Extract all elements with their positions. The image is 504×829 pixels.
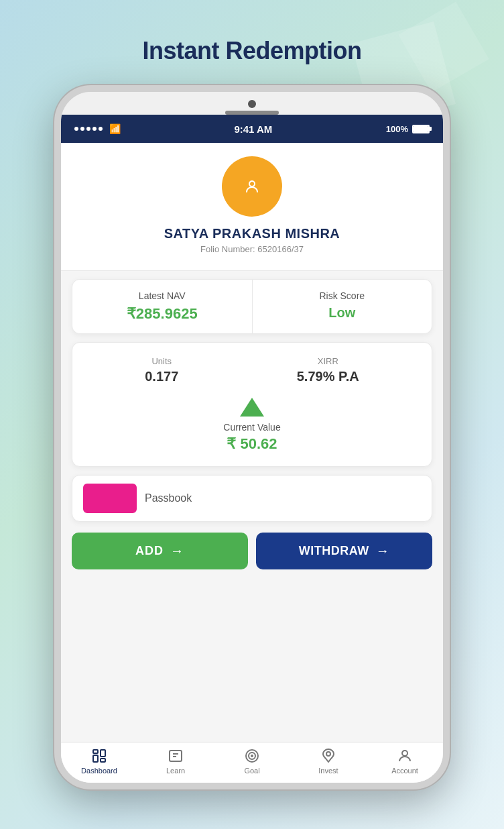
profile-section: SATYA PRAKASH MISHRA Folio Number: 65201… (61, 143, 443, 271)
avatar (222, 156, 282, 217)
add-label: ADD (135, 544, 164, 558)
nav-item-invest[interactable]: Invest (290, 748, 367, 775)
goal-icon (243, 748, 261, 764)
phone-top (61, 92, 443, 115)
withdraw-arrow-icon: → (376, 543, 390, 559)
nav-item-goal[interactable]: Goal (214, 748, 290, 775)
current-value-label: Current Value (223, 422, 280, 433)
status-right: 100% (386, 124, 430, 134)
dashboard-label: Dashboard (81, 767, 117, 775)
xirr-stat: XIRR 5.79% P.A (297, 356, 359, 384)
nav-stat: Latest NAV ₹285.9625 (72, 280, 253, 333)
passbook-icon (83, 484, 137, 513)
battery-percent: 100% (386, 124, 408, 134)
units-stat: Units 0.177 (145, 356, 178, 384)
nav-value: ₹285.9625 (127, 305, 198, 323)
nav-item-account[interactable]: Account (367, 748, 443, 775)
svg-point-11 (326, 752, 330, 756)
svg-point-0 (249, 181, 255, 186)
passbook-section[interactable]: Passbook (72, 475, 432, 522)
current-value-section: Current Value ₹ 50.62 (86, 398, 418, 453)
dashboard-icon (90, 748, 109, 764)
status-left: 📶 (74, 123, 121, 134)
battery-fill (414, 126, 428, 132)
withdraw-button[interactable]: WITHDRAW → (256, 533, 432, 569)
units-value: 0.177 (145, 369, 178, 384)
svg-rect-4 (101, 759, 105, 762)
passbook-label: Passbook (145, 492, 192, 504)
svg-point-12 (402, 751, 407, 756)
nav-item-learn[interactable]: Learn (137, 748, 214, 775)
risk-label: Risk Score (319, 290, 365, 301)
user-name: SATYA PRAKASH MISHRA (164, 226, 340, 241)
investment-stats: Units 0.177 XIRR 5.79% P.A (86, 356, 418, 384)
investment-card: Units 0.177 XIRR 5.79% P.A Current Value… (72, 342, 432, 467)
current-value-amount: ₹ 50.62 (227, 435, 277, 453)
nav-label: Latest NAV (139, 290, 186, 301)
triangle-up-icon (240, 398, 264, 417)
goal-label: Goal (244, 767, 259, 775)
stats-card: Latest NAV ₹285.9625 Risk Score Low (72, 279, 432, 334)
phone-frame: 📶 9:41 AM 100% SATYA PRAKASH MISHRA Foli… (54, 85, 450, 789)
account-label: Account (391, 767, 418, 775)
learn-icon (166, 748, 185, 764)
withdraw-label: WITHDRAW (299, 544, 369, 558)
status-time: 9:41 AM (234, 123, 272, 135)
phone-content: SATYA PRAKASH MISHRA Folio Number: 65201… (61, 143, 443, 783)
status-bar: 📶 9:41 AM 100% (61, 115, 443, 143)
wifi-icon: 📶 (109, 123, 121, 134)
xirr-label: XIRR (318, 356, 338, 366)
svg-rect-1 (93, 750, 98, 753)
invest-icon (319, 748, 338, 764)
risk-value: Low (328, 305, 355, 321)
signal-dots (74, 127, 103, 131)
bottom-nav: Dashboard Learn (61, 742, 443, 783)
learn-label: Learn (166, 767, 185, 775)
add-arrow-icon: → (170, 543, 184, 559)
battery-icon (412, 125, 430, 133)
add-button[interactable]: ADD → (72, 533, 248, 569)
phone-camera (248, 100, 256, 108)
action-buttons: ADD → WITHDRAW → (61, 530, 443, 577)
account-icon (395, 748, 414, 764)
nav-item-dashboard[interactable]: Dashboard (61, 748, 137, 775)
units-label: Units (151, 356, 172, 366)
svg-rect-2 (93, 755, 98, 762)
folio-number: Folio Number: 6520166/37 (200, 244, 304, 254)
risk-stat: Risk Score Low (253, 280, 432, 333)
xirr-value: 5.79% P.A (297, 369, 359, 384)
svg-point-10 (251, 755, 253, 757)
page-title: Instant Redemption (142, 37, 361, 65)
svg-rect-3 (101, 750, 105, 757)
invest-label: Invest (318, 767, 338, 775)
